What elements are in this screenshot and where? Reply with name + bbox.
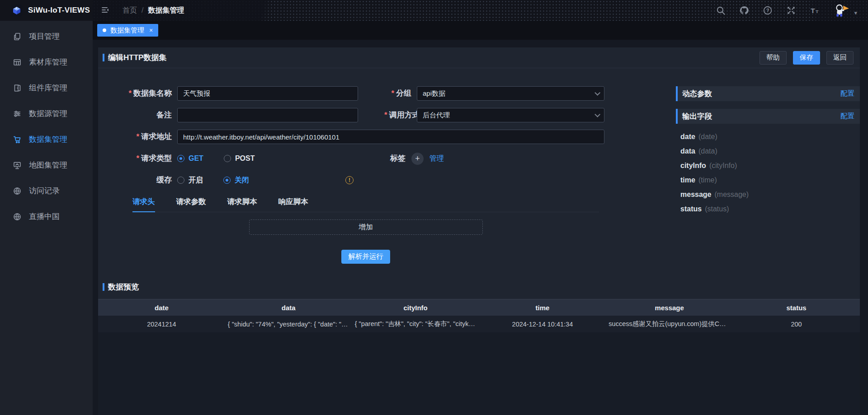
search-icon[interactable] <box>716 5 726 15</box>
grid-icon <box>13 58 22 67</box>
output-field: date (date) <box>680 130 860 144</box>
svg-text:T: T <box>816 9 819 14</box>
cache-label: 缓存 <box>98 173 177 187</box>
topbar: 首页 / 数据集管理 ? <box>93 0 868 21</box>
title-accent-bar <box>103 283 104 291</box>
chevron-down-icon <box>594 112 600 117</box>
column-header: status <box>733 304 860 312</box>
sidebar-item-label: 直播中国 <box>29 211 60 222</box>
column-header: data <box>225 304 352 312</box>
request-tab[interactable]: 响应脚本 <box>278 197 308 212</box>
table-row[interactable]: 20241214 { "shidu": "74%", "yesterday": … <box>98 316 860 332</box>
help-icon[interactable]: ? <box>763 5 773 15</box>
output-field: time (time) <box>680 173 860 187</box>
editor-panel: 编辑HTTP数据集 帮助 保存 返回 数据集名称 分组 api数据 <box>98 47 860 415</box>
request-url-input[interactable] <box>177 130 604 144</box>
column-header: date <box>98 304 225 312</box>
dataset-name-input[interactable] <box>177 86 358 101</box>
remark-input[interactable] <box>177 108 358 122</box>
output-fields-config-link[interactable]: 配置 <box>840 112 854 121</box>
cache-radios: 开启 关闭 <box>177 173 358 187</box>
manage-tags-link[interactable]: 管理 <box>429 154 444 163</box>
sidebar-item[interactable]: 数据源管理 <box>0 101 93 126</box>
sidebar-item-label: 数据集管理 <box>29 134 67 145</box>
app-title: SiWu-IoT-VIEWS <box>28 6 90 15</box>
radio-icon <box>177 177 184 184</box>
sidebar-menu: 项目管理 素材库管理 组件库管理 数据源管理 数据集管理 <box>0 21 93 229</box>
close-icon[interactable]: × <box>149 27 153 34</box>
warning-icon[interactable]: ! <box>345 176 354 184</box>
help-button[interactable]: 帮助 <box>760 51 787 65</box>
sidebar-item-label: 组件库管理 <box>29 83 67 93</box>
breadcrumb-home[interactable]: 首页 <box>123 6 137 15</box>
add-tag-button[interactable]: + <box>411 153 424 165</box>
add-header-button[interactable]: 增加 <box>249 219 483 235</box>
cell-message: success感谢又拍云(upyun.com)提供CDN赞助 <box>606 320 733 328</box>
output-fields-list: date (date) data (data) cityInfo ( <box>676 124 860 216</box>
sidebar-item[interactable]: 地图集管理 <box>0 152 93 178</box>
sliders-icon <box>13 109 22 118</box>
request-tab[interactable]: 请求头 <box>132 197 155 212</box>
caret-down-icon[interactable]: ▾ <box>854 9 857 16</box>
font-size-icon[interactable]: T T <box>810 5 820 15</box>
group-label: 分组 <box>384 86 417 101</box>
sidebar-item[interactable]: 素材库管理 <box>0 49 93 75</box>
sidebar-item[interactable]: 项目管理 <box>0 23 93 49</box>
breadcrumb-current: 数据集管理 <box>148 6 184 15</box>
sidebar-item-label: 访问记录 <box>29 186 60 196</box>
output-field: cityInfo (cityInfo) <box>680 159 860 173</box>
radio-option[interactable]: 开启 <box>177 176 203 185</box>
tab-label: 数据集管理 <box>110 26 144 35</box>
fullscreen-icon[interactable] <box>786 5 796 15</box>
sidebar-item[interactable]: 组件库管理 <box>0 75 93 101</box>
title-accent-bar <box>103 54 104 61</box>
radio-option[interactable]: GET <box>177 154 203 163</box>
sidebar-item-label: 项目管理 <box>29 31 60 42</box>
column-header: message <box>606 304 733 312</box>
radio-option[interactable]: 关闭 <box>223 176 249 185</box>
cell-status: 200 <box>733 321 860 328</box>
request-tab[interactable]: 请求脚本 <box>227 197 257 212</box>
svg-text:T: T <box>811 7 816 14</box>
chevron-down-icon <box>594 90 600 96</box>
radio-option[interactable]: POST <box>224 154 255 163</box>
github-icon[interactable] <box>739 5 749 15</box>
back-button[interactable]: 返回 <box>826 51 854 65</box>
radio-icon <box>177 155 184 162</box>
request-url-label: 请求地址 <box>98 130 177 144</box>
request-tab[interactable]: 请求参数 <box>176 197 206 212</box>
page-tabbar: 数据集管理 × <box>93 21 868 40</box>
tab-dataset-management[interactable]: 数据集管理 × <box>97 24 158 37</box>
remark-label: 备注 <box>98 108 177 122</box>
sidebar-item-label: 地图集管理 <box>29 160 67 170</box>
request-tabs: 请求头 请求参数 请求脚本 响应脚本 <box>132 197 599 212</box>
copy-icon <box>13 32 22 41</box>
output-field: status (status) <box>680 202 860 216</box>
preview-table-header: date data cityInfo time message status <box>98 299 860 316</box>
group-select[interactable]: api数据 <box>417 86 604 101</box>
radio-icon <box>223 177 231 184</box>
dynamic-params-config-link[interactable]: 配置 <box>840 89 854 98</box>
request-type-radios: GET POST <box>177 151 358 166</box>
collapse-menu-icon[interactable] <box>101 5 111 15</box>
invoke-mode-select[interactable]: 后台代理 <box>417 108 604 122</box>
sidebar-item[interactable]: 数据集管理 <box>0 126 93 152</box>
output-fields-header: 输出字段 配置 <box>676 109 860 124</box>
data-preview-section: 数据预览 date data cityInfo time message <box>98 282 860 415</box>
request-type-label: 请求类型 <box>98 151 177 166</box>
presentation-icon <box>13 161 22 170</box>
parse-and-run-button[interactable]: 解析并运行 <box>341 250 390 264</box>
globe-icon <box>13 187 22 196</box>
sidebar-item-label: 素材库管理 <box>29 57 67 67</box>
app-logo-icon <box>11 5 23 16</box>
page-title: 编辑HTTP数据集 <box>108 52 166 63</box>
breadcrumb: 首页 / 数据集管理 <box>123 6 184 15</box>
sidebar-item[interactable]: 访问记录 <box>0 178 93 204</box>
tag-label: 标签 <box>384 151 411 166</box>
user-avatar[interactable]: ▾ <box>833 3 857 18</box>
save-button[interactable]: 保存 <box>793 51 820 65</box>
sidebar-item[interactable]: 直播中国 <box>0 204 93 229</box>
active-dot <box>103 28 106 32</box>
column-header: cityInfo <box>352 304 479 312</box>
invoke-mode-label: 调用方式 <box>384 108 417 122</box>
